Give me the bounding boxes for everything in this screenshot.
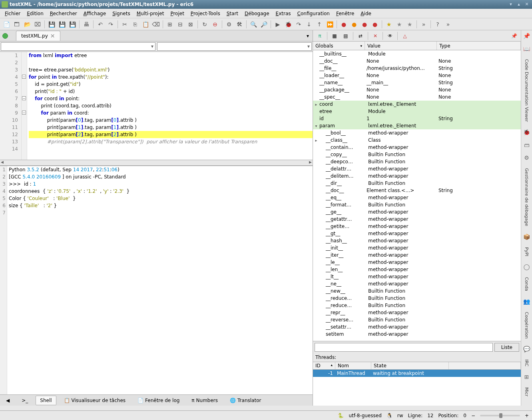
variables-tree[interactable]: __builtins__Module__doc__NoneNone__file_… (313, 50, 521, 341)
side-gear2-icon[interactable]: ⚙ (523, 154, 531, 162)
new-window-icon[interactable]: 🗔 (12, 20, 22, 29)
gear-icon[interactable]: ⚙ (224, 20, 234, 29)
menu-project-tools[interactable]: Project-Tools (187, 10, 223, 17)
var-row[interactable]: __reduce…Builtin Function (313, 295, 521, 302)
bottom-tab-arrow[interactable]: ◀ (2, 396, 14, 405)
thread-col-state[interactable]: State (371, 362, 449, 369)
var-row[interactable]: __ge__method-wrapper (313, 208, 521, 216)
menu-start[interactable]: Start (223, 10, 241, 17)
maximize-button[interactable]: ▴ (515, 2, 522, 7)
side-conda-icon[interactable]: ◯ (523, 263, 531, 271)
del-var-icon[interactable]: ✕ (370, 32, 381, 40)
new-file-icon[interactable]: 📄 (2, 20, 11, 29)
var-row[interactable]: __delattr…method-wrapper (313, 165, 521, 172)
watch-icon[interactable]: 👁 (385, 32, 395, 40)
var-row[interactable]: ▾paramlxml.etree._Element (313, 122, 521, 129)
side-tab-irc[interactable]: IRC (524, 358, 529, 368)
pi-icon[interactable]: π (315, 32, 325, 40)
var-row[interactable]: id1String (313, 115, 521, 122)
side-tab-micr[interactable]: Micr (524, 386, 529, 398)
side-db-icon[interactable]: 🗃 (523, 141, 531, 149)
close-button[interactable]: ✕ (523, 2, 530, 7)
bp-orange-icon[interactable]: ● (349, 20, 359, 29)
print-icon[interactable]: 🖶 (82, 20, 91, 29)
zoom-in-icon[interactable]: + (525, 413, 529, 418)
side-tab-conda[interactable]: Conda (524, 275, 529, 293)
bottom-tab-tasks[interactable]: 📋 Visualisueur de tâches (60, 396, 130, 405)
bp-red1-icon[interactable]: ● (339, 20, 349, 29)
star3-icon[interactable]: ★ (405, 20, 414, 29)
replace-icon[interactable]: 🔎 (259, 20, 269, 29)
filter-button[interactable]: Liste (494, 343, 519, 352)
grid1-icon[interactable]: ⊞ (165, 20, 175, 29)
var-row[interactable]: __getattr…method-wrapper (313, 216, 521, 223)
class-combo[interactable] (1, 42, 155, 51)
col-value[interactable]: Value (365, 42, 437, 50)
var-row[interactable]: __package__NoneNone (313, 86, 521, 93)
search-icon[interactable]: 🔍 (249, 20, 258, 29)
bottom-tab-translator[interactable]: 🌐 Translator (225, 396, 265, 405)
minimize-button[interactable]: ▾ (507, 2, 514, 7)
var-row[interactable]: __iter__method-wrapper (313, 252, 521, 259)
zoom-out-icon[interactable]: − (471, 413, 475, 418)
var-row[interactable]: __reverse…Builtin Function (313, 316, 521, 323)
tool-icon-1[interactable]: 🛠 (235, 20, 244, 29)
var-row[interactable]: __loader__NoneNone (313, 72, 521, 79)
var-row[interactable]: __lt__method-wrapper (313, 273, 521, 280)
delete-icon[interactable]: ⌫ (151, 20, 161, 29)
editor-hscroll[interactable] (0, 160, 313, 165)
grid3-icon[interactable]: ⊠ (186, 20, 195, 29)
pin-icon[interactable]: 📌 (509, 32, 519, 40)
thread-row[interactable]: -1 MainThread waiting at breakpoint (313, 370, 521, 377)
side-irc-icon[interactable]: 💬 (523, 345, 531, 353)
more2-icon[interactable]: » (443, 20, 453, 29)
shell-panel[interactable]: 1234567 Python 3.5.2 (default, Sep 14 20… (0, 165, 313, 394)
var-row[interactable]: __spec__NoneNone (313, 93, 521, 101)
col-globals[interactable]: Globals▾ (313, 42, 365, 50)
undo-icon[interactable]: ↶ (96, 20, 105, 29)
stop-icon[interactable]: ⊖ (210, 20, 220, 29)
var-row[interactable]: etreeModule (313, 108, 521, 115)
menu-extras[interactable]: Extras (273, 10, 294, 17)
zoom-slider[interactable] (480, 415, 520, 416)
run-icon[interactable]: ▶ (273, 20, 283, 29)
filter-input[interactable] (315, 343, 493, 352)
frames-icon[interactable]: ▤ (341, 32, 351, 40)
side-tab-pypi[interactable]: PyPI (524, 246, 529, 258)
debug-icon[interactable]: 🐞 (283, 20, 293, 29)
continue-icon[interactable]: ⏩ (325, 20, 335, 29)
menu-débogage[interactable]: Débogage (241, 10, 273, 17)
close-tab-icon[interactable]: ✕ (50, 33, 55, 39)
cut-icon[interactable]: ✂ (120, 20, 130, 29)
save-icon[interactable]: 💾 (47, 20, 56, 29)
var-row[interactable]: __doc__Element class.<…>String (313, 187, 521, 194)
threads-body[interactable]: -1 MainThread waiting at breakpoint (313, 370, 521, 406)
side-tab-codedoc[interactable]: Code Documentation Viewer (524, 57, 529, 123)
menu-aide[interactable]: Aide (357, 10, 375, 17)
bottom-tab-numbers[interactable]: π Numbers (187, 396, 222, 405)
warn-icon[interactable]: △ (400, 32, 410, 40)
var-row[interactable]: __le__method-wrapper (313, 259, 521, 266)
paste-icon[interactable]: 📋 (141, 20, 150, 29)
var-row[interactable]: __gt__method-wrapper (313, 230, 521, 237)
menu-signets[interactable]: Signets (109, 10, 133, 17)
var-row[interactable]: __ne__method-wrapper (313, 280, 521, 287)
tab-testxml[interactable]: testXML.py ✕ (16, 31, 60, 41)
var-row[interactable]: ▸coordlxml.etree._Element (313, 101, 521, 108)
var-row[interactable]: __builtins__Module (313, 50, 521, 57)
bottom-tab-prompt-icon[interactable]: >_ (17, 396, 32, 405)
star2-icon[interactable]: ★ (395, 20, 404, 29)
copy-icon[interactable]: ⎘ (130, 20, 140, 29)
menu-projet[interactable]: Projet (167, 10, 187, 17)
more1-icon[interactable]: » (419, 20, 428, 29)
var-row[interactable]: __getite…method-wrapper (313, 223, 521, 230)
menu-configuration[interactable]: Configuration (294, 10, 333, 17)
var-row[interactable]: __doc__NoneNone (313, 57, 521, 65)
side-tab-debug[interactable]: Gestionnaire de débogage (524, 166, 529, 228)
bottom-tab-log[interactable]: 📄 Fenêtre de log (133, 396, 184, 405)
tab-dropdown-icon[interactable]: ▾ (303, 31, 313, 41)
bp-red3-icon[interactable]: ● (370, 20, 380, 29)
refresh-icon[interactable]: ↻ (200, 20, 209, 29)
bp-red2-icon[interactable]: ● (360, 20, 369, 29)
vars-icon[interactable]: ▦ (329, 32, 340, 40)
